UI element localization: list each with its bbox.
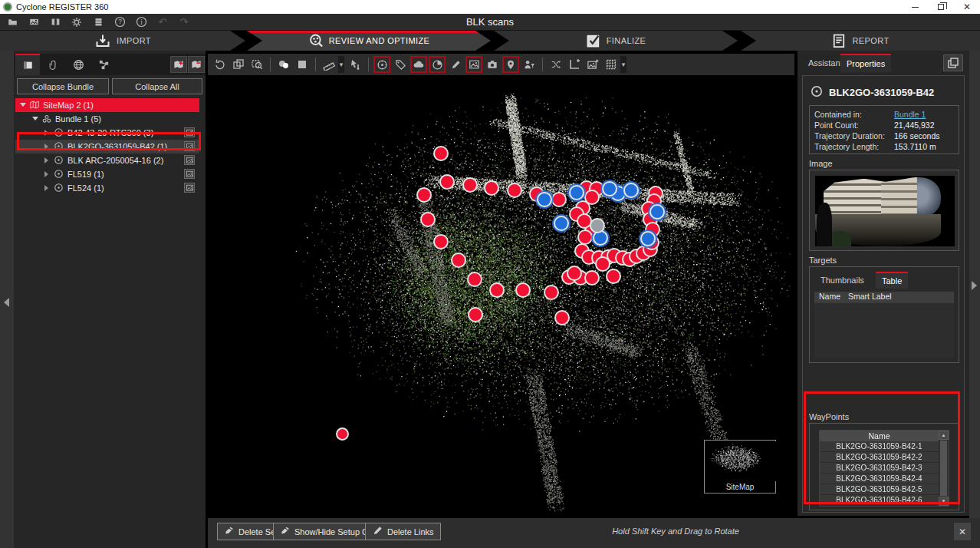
setup-marker-blue[interactable]: [602, 181, 617, 196]
links-graph-tab[interactable]: [91, 54, 116, 75]
waypoint-row[interactable]: BLK2GO-3631059-B42-7: [820, 506, 939, 507]
targets-tab-thumbnails[interactable]: Thumbnails: [814, 272, 870, 289]
pop-out-icon[interactable]: [943, 54, 963, 71]
selection-box-icon[interactable]: [294, 56, 311, 73]
tree-caret-icon[interactable]: [20, 103, 26, 107]
measure-icon[interactable]: [321, 56, 337, 73]
tree-item-blk2go-3631059-b42-1-[interactable]: BLK2GO-3631059-B42 (1): [14, 140, 206, 154]
settings-icon[interactable]: [67, 15, 86, 30]
sitemap-viewport[interactable]: SiteMap: [208, 75, 794, 515]
tree-caret-icon[interactable]: [44, 171, 48, 177]
storage-icon[interactable]: [89, 15, 107, 30]
expand-right-panel-icon[interactable]: [972, 281, 977, 290]
close-bottom-bar-icon[interactable]: ✕: [954, 523, 971, 540]
waypoints-table[interactable]: Name BLK2GO-3631059-B42-1BLK2GO-3631059-…: [819, 430, 949, 507]
setup-marker-red[interactable]: [567, 266, 582, 281]
open-project-icon[interactable]: [3, 15, 21, 30]
setup-marker-red[interactable]: [462, 177, 478, 193]
minimize-icon[interactable]: [902, 0, 928, 14]
collapse-left-panel-icon[interactable]: [4, 298, 9, 307]
tree-item-fl524-1-[interactable]: FL524 (1): [14, 181, 206, 195]
add-sitemap-button[interactable]: [170, 56, 187, 73]
delete-links-button[interactable]: Delete Links: [365, 523, 441, 540]
setup-marker-blue[interactable]: [623, 183, 639, 198]
undo-icon[interactable]: ↶: [153, 15, 172, 30]
link-filter-icon[interactable]: [521, 56, 538, 73]
toggle-quality-icon[interactable]: [429, 56, 446, 73]
setup-marker-red[interactable]: [420, 212, 436, 227]
tree-caret-icon[interactable]: [44, 144, 48, 150]
setup-marker-red[interactable]: [468, 307, 483, 322]
close-icon[interactable]: ✕: [954, 0, 980, 14]
import-data-icon[interactable]: [25, 15, 43, 30]
help-icon[interactable]: ?: [110, 15, 129, 30]
targets-table-body[interactable]: [814, 303, 954, 358]
grid-icon[interactable]: [603, 56, 620, 73]
setup-marker-blue[interactable]: [640, 231, 656, 246]
setup-marker-red[interactable]: [467, 272, 482, 287]
setup-marker-red[interactable]: [544, 285, 559, 300]
workflow-step-finalize[interactable]: FINALIZE: [494, 31, 738, 51]
redo-icon[interactable]: ↷: [175, 15, 193, 30]
setup-marker-red[interactable]: [336, 428, 349, 441]
minimap[interactable]: SiteMap: [704, 440, 776, 494]
image-placeholder-icon[interactable]: [184, 127, 195, 137]
waypoints-scrollbar[interactable]: ▲ ▼: [939, 431, 949, 506]
setup-marker-blue[interactable]: [554, 216, 569, 231]
pan-rotate-icon[interactable]: [212, 56, 229, 73]
add-coordinate-icon[interactable]: [566, 56, 583, 73]
toggle-images-icon[interactable]: [465, 56, 482, 73]
attachments-tab[interactable]: [41, 54, 65, 75]
setup-marker-red[interactable]: [577, 229, 593, 245]
right-collapse-strip[interactable]: [969, 51, 980, 548]
geotag-tab[interactable]: [66, 54, 90, 75]
scroll-down-icon[interactable]: ▼: [939, 497, 949, 506]
publish-icon[interactable]: [46, 15, 64, 30]
setup-marker-red[interactable]: [484, 180, 499, 196]
scroll-up-icon[interactable]: ▲: [939, 431, 949, 440]
setup-marker-red[interactable]: [507, 183, 522, 198]
setup-marker-blue[interactable]: [537, 192, 552, 207]
waypoint-row[interactable]: BLK2GO-3631059-B42-5: [820, 484, 939, 495]
scrollbar-thumb[interactable]: [940, 441, 947, 496]
tree-item-blk-arc-2050054-16-2-[interactable]: BLK ARC-2050054-16 (2): [14, 154, 206, 167]
setup-marker-blue[interactable]: [649, 204, 665, 220]
tree-item-b42-43-20-rtc360-3-[interactable]: B42-43-20-RTC360 (3): [14, 126, 206, 140]
zoom-window-icon[interactable]: [248, 56, 265, 73]
grid-dropdown-icon[interactable]: ▼: [620, 56, 626, 73]
tab-properties[interactable]: Properties: [840, 54, 891, 72]
setup-marker-red[interactable]: [451, 253, 466, 268]
setup-marker-red[interactable]: [551, 192, 567, 207]
workflow-step-report[interactable]: REPORT: [741, 31, 980, 51]
toggle-waypoints-icon[interactable]: [502, 56, 519, 73]
tree-caret-icon[interactable]: [32, 117, 38, 120]
measure-dropdown-icon[interactable]: ▼: [338, 56, 344, 73]
draw-link-icon[interactable]: [447, 56, 464, 73]
image-placeholder-icon[interactable]: [184, 155, 195, 165]
setup-marker-red[interactable]: [416, 187, 432, 203]
image-placeholder-icon[interactable]: [184, 141, 195, 151]
probe-pointer-icon[interactable]: [347, 56, 363, 73]
collapse-bundle-button[interactable]: Collapse Bundle: [17, 78, 109, 94]
project-explorer-tab[interactable]: [15, 54, 40, 75]
setup-marker-red[interactable]: [584, 270, 600, 286]
setup-marker-red[interactable]: [489, 282, 505, 298]
waypoint-row[interactable]: BLK2GO-3631059-B42-4: [820, 474, 939, 484]
setup-marker-red[interactable]: [554, 310, 570, 325]
waypoint-row[interactable]: BLK2GO-3631059-B42-3: [820, 463, 939, 474]
image-placeholder-icon[interactable]: [184, 183, 195, 193]
window-layout-icon[interactable]: [230, 56, 247, 73]
about-icon[interactable]: i: [132, 15, 150, 30]
setup-marker-gray[interactable]: [590, 218, 605, 233]
image-placeholder-icon[interactable]: [184, 169, 195, 179]
setup-panorama-image[interactable]: [815, 176, 955, 246]
restore-icon[interactable]: [928, 0, 954, 14]
waypoint-row[interactable]: BLK2GO-3631059-B42-1: [820, 441, 939, 452]
collapse-all-button[interactable]: Collapse All: [112, 78, 202, 94]
tree-caret-icon[interactable]: [44, 130, 48, 136]
tree-caret-icon[interactable]: [44, 157, 48, 163]
workflow-step-import[interactable]: IMPORT: [0, 31, 245, 51]
left-collapse-strip[interactable]: [0, 51, 14, 548]
setup-marker-red[interactable]: [515, 282, 531, 298]
tree-item-bundle-1-5-[interactable]: Bundle 1 (5): [14, 112, 206, 126]
